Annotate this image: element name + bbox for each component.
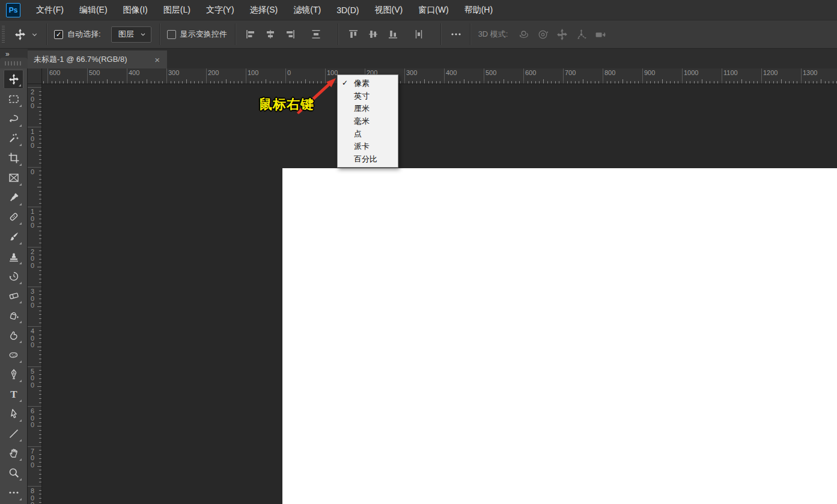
mode-3d-buttons-group [517,28,613,41]
ellipsis-icon[interactable] [450,28,462,40]
brush-tool[interactable] [4,227,23,246]
align-left-icon[interactable] [245,28,257,40]
move-tool[interactable] [4,70,23,89]
menu-edit[interactable]: 编辑(E) [72,0,115,20]
sponge-tool[interactable] [4,345,23,365]
slide-icon[interactable] [575,28,588,41]
photoshop-logo: Ps [6,3,20,17]
unit-item-centimeters[interactable]: 厘米 [338,102,398,115]
options-divider [46,23,47,45]
frame-tool[interactable] [4,168,23,187]
v-ruler-label: 800 [31,488,34,504]
check-icon: ✓ [342,77,348,90]
chevron-down-icon [139,31,147,38]
clone-stamp-tool[interactable] [4,247,23,266]
orbit-icon[interactable] [517,28,530,41]
sponge-icon [8,349,20,361]
crop-tool[interactable] [4,148,23,168]
align-top-icon[interactable] [347,28,359,40]
units-context-menu: ✓像素英寸厘米毫米点派卡百分比 [337,74,398,168]
v-ruler-label: 200 [31,89,34,110]
h-ruler-label: 500 [485,69,496,76]
h-ruler-label: 600 [525,69,536,76]
align-right-icon[interactable] [284,28,296,40]
history-brush-icon [8,270,20,282]
history-brush-tool[interactable] [4,267,23,286]
menu-3d[interactable]: 3D(D) [329,0,367,20]
toolbar-dock-grip[interactable] [0,58,28,68]
align-center-horizontal-icon[interactable] [264,28,276,40]
eyedropper-tool[interactable] [4,188,23,207]
distribute-vertical-centers-icon[interactable] [310,28,322,40]
eraser-tool[interactable] [4,286,23,305]
quick-selection-tool[interactable] [4,129,23,148]
h-ruler-label: 600 [49,69,60,76]
auto-select-label: 自动选择: [67,29,101,40]
unit-item-label: 英寸 [354,91,370,100]
align-bottom-icon[interactable] [387,28,399,40]
unit-item-points[interactable]: 点 [338,127,398,140]
marquee-icon [8,93,20,105]
unit-item-inches[interactable]: 英寸 [338,90,398,102]
horizontal-ruler[interactable]: 6005004003002001000100200300400500600700… [42,68,837,84]
unit-item-label: 百分比 [354,154,377,163]
unit-item-percent[interactable]: 百分比 [338,153,398,165]
subtool-triangle-icon [19,399,22,402]
line-tool[interactable] [4,424,23,443]
unit-item-label: 毫米 [354,117,370,126]
v-ruler-label: 100 [31,129,34,150]
pan-icon[interactable] [556,28,568,41]
options-divider [440,23,442,45]
zoom-tool[interactable] [4,463,23,482]
subtool-triangle-icon [19,341,22,343]
auto-select-checkbox[interactable]: ✓ [54,30,63,39]
path-selection-tool[interactable] [4,404,23,424]
distribute-horizontal-centers-icon[interactable] [367,28,379,40]
menu-layer[interactable]: 图层(L) [156,0,198,20]
unit-item-pixels[interactable]: ✓像素 [338,77,398,90]
subtool-triangle-icon [19,84,21,87]
document-tab[interactable]: 未标题-1 @ 66.7%(RGB/8) × [28,50,167,68]
move-icon [14,28,26,41]
unit-item-millimeters[interactable]: 毫米 [338,115,398,127]
menu-image[interactable]: 图像(I) [115,0,156,20]
healing-brush-tool[interactable] [4,207,23,226]
vertical-ruler[interactable]: 2001000100200300400500600700800 [28,68,42,504]
unit-item-picas[interactable]: 派卡 [338,140,398,153]
camera-icon[interactable] [594,28,607,41]
roll-icon[interactable] [537,28,549,41]
ruler-corner [28,68,42,84]
direct-select-icon [8,408,20,420]
h-ruler-label: 700 [565,69,576,76]
options-divider [159,23,160,45]
options-bar-grip[interactable] [2,26,5,43]
align-buttons-group [245,28,330,40]
edit-toolbar[interactable] [4,483,23,502]
menu-window[interactable]: 窗口(W) [410,0,457,20]
frame-icon [8,172,20,184]
type-tool[interactable]: T [4,384,23,404]
expand-panels-button[interactable]: » [5,50,9,58]
options-divider [235,23,236,45]
menu-type[interactable]: 文字(Y) [198,0,242,20]
paint-bucket-tool[interactable] [4,306,23,325]
smudge-tool[interactable] [4,326,23,345]
distribute-horizontal-icon[interactable] [413,28,425,40]
show-transform-checkbox[interactable] [167,30,176,39]
menu-filter[interactable]: 滤镜(T) [285,0,329,20]
chevron-down-icon[interactable] [31,31,38,38]
close-tab-icon[interactable]: × [153,55,161,65]
lasso-tool[interactable] [4,109,23,129]
document-canvas[interactable] [282,168,837,504]
marquee-tool[interactable] [4,90,23,109]
menu-help[interactable]: 帮助(H) [457,0,501,20]
menu-select[interactable]: 选择(S) [242,0,286,20]
hand-tool[interactable] [4,443,23,463]
subtool-triangle-icon [19,439,22,442]
target-dropdown[interactable]: 图层 [111,26,151,43]
menu-view[interactable]: 视图(V) [367,0,410,20]
h-ruler-label: 1000 [684,69,698,76]
menubar-items: 文件(F)编辑(E)图像(I)图层(L)文字(Y)选择(S)滤镜(T)3D(D)… [28,0,501,20]
pen-tool[interactable] [4,365,23,384]
menu-file[interactable]: 文件(F) [28,0,72,20]
